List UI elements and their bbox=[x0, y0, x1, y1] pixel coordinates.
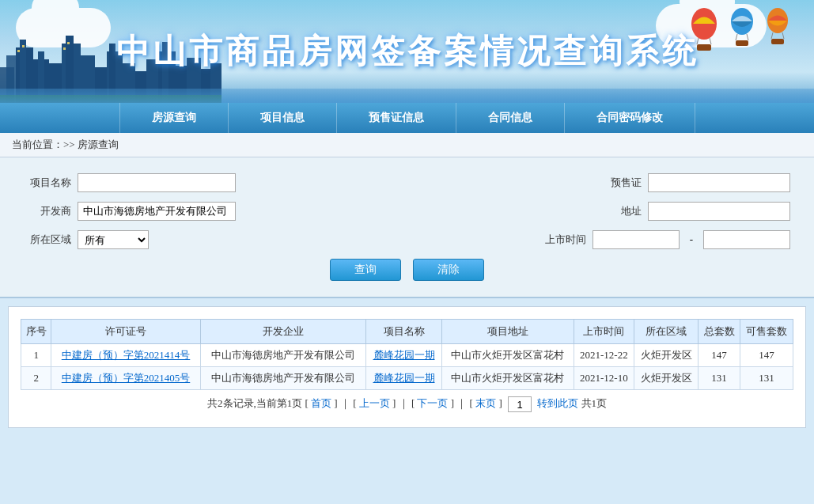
svg-line-32 bbox=[736, 34, 737, 40]
form-group-project: 项目名称 bbox=[24, 173, 236, 192]
svg-line-28 bbox=[697, 38, 699, 44]
svg-rect-24 bbox=[22, 45, 25, 47]
pagination-goto[interactable]: 转到此页 bbox=[537, 397, 578, 409]
pagination-brackets-prev-open: [ bbox=[353, 397, 359, 409]
district-label: 所在区域 bbox=[24, 233, 71, 247]
results-table: 序号 许可证号 开发企业 项目名称 项目地址 上市时间 所在区域 总套数 可售套… bbox=[21, 319, 793, 390]
table-row: 2中建房（预）字第2021405号中山市海德房地产开发有限公司麓峰花园一期中山市… bbox=[21, 367, 793, 390]
pagination-brackets-first-open: [ bbox=[305, 397, 312, 409]
nav-item-fangyan[interactable]: 房源查询 bbox=[119, 103, 229, 133]
date-separator: - bbox=[686, 233, 697, 246]
svg-rect-34 bbox=[736, 40, 748, 46]
developer-input[interactable]: 中山市海德房地产开发有限公司 bbox=[78, 202, 236, 221]
pagination-sep3: ｜ bbox=[399, 397, 411, 409]
svg-rect-38 bbox=[771, 39, 784, 44]
nav-item-xiangmu[interactable]: 项目信息 bbox=[229, 103, 337, 133]
listing-time-start-input[interactable] bbox=[593, 230, 680, 249]
pagination-sep2: ｜ bbox=[340, 397, 353, 409]
pagination-summary: 共2条记录,当前第1页 bbox=[207, 397, 302, 409]
project-name-link[interactable]: 麓峰花园一期 bbox=[373, 349, 435, 361]
svg-line-36 bbox=[771, 32, 773, 39]
project-name-input[interactable] bbox=[78, 173, 236, 192]
col-header-total: 总套数 bbox=[699, 320, 740, 344]
permit-no-link[interactable]: 中建房（预）字第2021405号 bbox=[62, 372, 191, 384]
header-banner: 中山市商品房网签备案情况查询系统 bbox=[0, 0, 814, 103]
pagination-total-pages: 共1页 bbox=[581, 397, 608, 409]
address-input[interactable] bbox=[648, 202, 790, 221]
col-header-project: 项目名称 bbox=[366, 320, 441, 344]
clear-button[interactable]: 清除 bbox=[413, 259, 484, 281]
col-header-listing-date: 上市时间 bbox=[574, 320, 634, 344]
col-header-permit: 许可证号 bbox=[51, 320, 200, 344]
form-row-3: 所在区域 所有 火炬开发区 石岐区 东区 西区 南区 上市时间 - bbox=[24, 230, 790, 249]
project-name-link[interactable]: 麓峰花园一期 bbox=[373, 372, 435, 384]
project-name-label: 项目名称 bbox=[24, 176, 71, 190]
pagination-sep4: ｜ bbox=[456, 397, 469, 409]
query-button[interactable]: 查询 bbox=[330, 259, 401, 281]
form-group-presale: 预售证 bbox=[594, 173, 790, 192]
col-header-developer: 开发企业 bbox=[200, 320, 366, 344]
svg-line-37 bbox=[782, 32, 784, 39]
form-row-1: 项目名称 预售证 bbox=[24, 173, 790, 192]
page-input[interactable] bbox=[508, 396, 532, 412]
nav-item-mima[interactable]: 合同密码修改 bbox=[565, 103, 695, 133]
svg-line-33 bbox=[747, 34, 748, 40]
pagination-first[interactable]: 首页 bbox=[311, 397, 331, 409]
pagination-prev[interactable]: 上一页 bbox=[359, 397, 390, 409]
svg-rect-30 bbox=[697, 44, 711, 51]
form-group-listing-time: 上市时间 - bbox=[539, 230, 790, 249]
table-header-row: 序号 许可证号 开发企业 项目名称 项目地址 上市时间 所在区域 总套数 可售套… bbox=[21, 320, 793, 344]
nav-bar: 房源查询 项目信息 预售证信息 合同信息 合同密码修改 bbox=[0, 103, 814, 133]
table-row: 1中建房（预）字第2021414号中山市海德房地产开发有限公司麓峰花园一期中山市… bbox=[21, 344, 793, 367]
district-select[interactable]: 所有 火炬开发区 石岐区 东区 西区 南区 bbox=[78, 230, 149, 249]
listing-time-label: 上市时间 bbox=[539, 233, 586, 247]
form-group-developer: 开发商 中山市海德房地产开发有限公司 bbox=[24, 202, 236, 221]
listing-time-end-input[interactable] bbox=[703, 230, 790, 249]
col-header-district: 所在区域 bbox=[634, 320, 699, 344]
form-row-2: 开发商 中山市海德房地产开发有限公司 地址 bbox=[24, 202, 790, 221]
col-header-seq: 序号 bbox=[21, 320, 51, 344]
water-reflection bbox=[0, 89, 814, 103]
pagination-next[interactable]: 下一页 bbox=[417, 397, 448, 409]
address-label: 地址 bbox=[594, 204, 642, 218]
balloon-decoration bbox=[689, 6, 790, 54]
pagination-last[interactable]: 末页 bbox=[475, 397, 496, 409]
page-title: 中山市商品房网签备案情况查询系统 bbox=[116, 29, 699, 74]
breadcrumb: 当前位置：>> 房源查询 bbox=[0, 133, 814, 157]
results-section: 序号 许可证号 开发企业 项目名称 项目地址 上市时间 所在区域 总套数 可售套… bbox=[8, 306, 806, 428]
developer-label: 开发商 bbox=[24, 204, 71, 218]
pagination: 共2条记录,当前第1页 [ 首页 ] ｜ [ 上一页 ] ｜ [ 下一页 ] ｜… bbox=[21, 390, 793, 415]
form-group-address: 地址 bbox=[594, 202, 790, 221]
search-form: 项目名称 预售证 开发商 中山市海德房地产开发有限公司 地址 所在区域 所有 火… bbox=[0, 157, 814, 298]
svg-line-29 bbox=[710, 38, 711, 44]
form-buttons: 查询 清除 bbox=[24, 259, 790, 281]
nav-item-yushouzheng[interactable]: 预售证信息 bbox=[337, 103, 456, 133]
permit-no-link[interactable]: 中建房（预）字第2021414号 bbox=[62, 349, 191, 361]
col-header-available: 可售套数 bbox=[740, 320, 793, 344]
svg-rect-26 bbox=[67, 42, 70, 44]
form-group-district: 所在区域 所有 火炬开发区 石岐区 东区 西区 南区 bbox=[24, 230, 149, 249]
col-header-address: 项目地址 bbox=[441, 320, 574, 344]
nav-item-hetong[interactable]: 合同信息 bbox=[456, 103, 565, 133]
presale-cert-input[interactable] bbox=[648, 173, 790, 192]
presale-cert-label: 预售证 bbox=[594, 176, 642, 190]
svg-rect-25 bbox=[63, 47, 66, 50]
svg-rect-23 bbox=[17, 50, 20, 52]
